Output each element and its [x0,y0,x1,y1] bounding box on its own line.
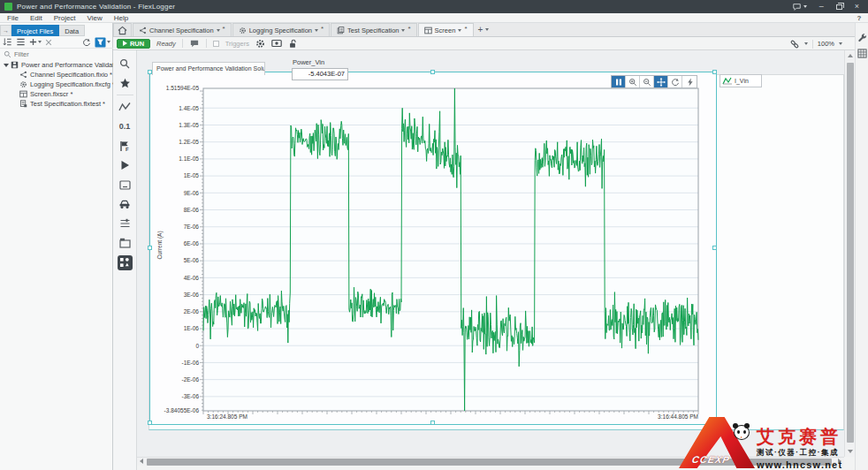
palette-slider-widget-icon[interactable] [113,214,137,233]
palette-image-widget-icon[interactable] [113,175,137,194]
vertical-scroll-thumb[interactable] [847,63,854,443]
tree-item-logging-spec[interactable]: Logging Specification.flxcfg * [0,80,113,89]
comment-icon[interactable] [189,39,200,49]
svg-text:6E-06: 6E-06 [184,240,200,246]
project-sidebar: → Project Files Data Power and Performan… [0,23,113,470]
selection-handle[interactable] [430,421,435,425]
svg-text:1.2E-05: 1.2E-05 [179,139,199,145]
menu-view[interactable]: View [88,14,103,22]
capture-display-icon[interactable] [271,39,282,48]
collapse-all-icon[interactable] [3,37,12,47]
add-button[interactable] [29,38,42,46]
unlock-icon[interactable] [288,39,297,49]
run-button[interactable]: RUN [117,39,150,49]
tab-caret-icon[interactable] [401,29,405,32]
minimize-button[interactable]: – [819,0,824,13]
tab-data[interactable]: Data [59,25,85,36]
screen-canvas[interactable]: Power and Performance Validation Solutio… [137,50,844,457]
scroll-right-button[interactable] [835,457,844,466]
menu-file[interactable]: File [7,14,19,22]
tab-caret-icon[interactable] [315,29,318,32]
channel-node-icon [19,71,27,79]
reset-zoom-button[interactable] [668,76,682,87]
palette-graph-widget-icon[interactable] [113,97,137,117]
collapse-panel-button[interactable]: → [0,25,11,36]
add-tab-caret-icon[interactable] [485,28,489,31]
pointer-mode-button[interactable] [682,76,697,87]
list-view-icon[interactable] [16,37,26,47]
svg-text:F: F [126,147,129,152]
tree-item-screen[interactable]: Screen.flxscr * [0,89,113,99]
selection-handle[interactable] [712,246,717,250]
panel-grid-icon[interactable] [857,49,867,58]
legend-widget[interactable]: I_Vin [720,74,762,87]
screen-grid-icon [424,27,432,34]
svg-text:1.51594E-05: 1.51594E-05 [166,85,200,91]
help-icon[interactable]: ? [855,14,864,23]
tab-home[interactable] [113,23,132,36]
zoom-level-caret-icon[interactable] [839,42,842,45]
graph-widget[interactable]: 1.51594E-051.4E-051.3E-051.2E-051.1E-051… [150,72,716,424]
pause-button[interactable] [612,76,626,87]
selection-handle[interactable] [430,70,435,74]
sidebar-tabs: → Project Files Data [0,23,113,36]
palette-widget-gallery-icon[interactable] [113,253,137,272]
settings-gear-icon[interactable] [255,39,265,49]
tab-caret-icon[interactable] [458,29,461,32]
pan-button[interactable] [654,76,668,87]
tab-logging-specification[interactable]: Logging Specification * [232,23,330,36]
flexlogger-window: Power and Performance Validation - FlexL… [0,0,868,470]
add-tab-button[interactable]: + [475,23,493,36]
tree-root[interactable]: Power and Performance Validatio... [0,60,113,70]
app-icon [4,3,12,11]
titlebar: Power and Performance Validation - FlexL… [0,0,868,13]
connect-icon[interactable] [789,39,800,49]
filter-input[interactable] [14,50,103,58]
palette-tab-widget-icon[interactable] [113,233,137,253]
refresh-icon[interactable] [82,38,91,47]
connect-caret-icon[interactable] [804,42,808,45]
line-chart[interactable]: 1.51594E-051.4E-051.3E-051.2E-051.1E-051… [150,72,716,424]
tab-label: Logging Specification [249,27,312,34]
palette-favorites-star-icon[interactable] [113,73,137,93]
restore-button[interactable] [836,4,842,10]
tab-test-specification[interactable]: Test Specification * [331,23,417,36]
horizontal-scroll-thumb[interactable] [147,459,832,466]
zoom-out-button[interactable] [640,76,654,87]
palette-run-control-icon[interactable] [113,155,137,175]
triggers-checkbox[interactable] [213,41,219,47]
horizontal-scrollbar[interactable] [137,457,844,466]
tab-channel-specification[interactable]: Channel Specification * [133,23,232,36]
selection-handle[interactable] [712,70,717,74]
tab-label: Screen [435,27,456,34]
scroll-left-button[interactable] [137,457,146,466]
palette-search-icon[interactable] [113,54,137,73]
screen-document-tab[interactable]: Power and Performance Validation Solutio… [152,62,265,75]
filter-caret-icon [107,41,110,43]
close-button[interactable]: × [855,0,859,13]
tab-screen[interactable]: Screen * [418,23,474,36]
delete-button[interactable] [45,39,52,46]
selection-handle[interactable] [712,421,717,425]
selection-handle[interactable] [148,246,152,250]
menu-help[interactable]: Help [114,14,128,22]
menu-project[interactable]: Project [54,14,76,22]
svg-text:1.4E-05: 1.4E-05 [179,105,199,111]
menu-edit[interactable]: Edit [30,14,42,22]
zoom-in-button[interactable] [626,76,640,87]
tab-project-files[interactable]: Project Files [11,25,59,36]
tree-item-test-spec[interactable]: Test Specification.flxtest * [0,99,113,109]
palette-scaling-flag-icon[interactable]: F [113,136,137,155]
filter-button[interactable] [95,37,110,48]
palette-vehicle-widget-icon[interactable] [113,194,137,214]
expand-caret-icon[interactable] [4,64,9,67]
tree-item-channel-spec[interactable]: Channel Specification.flxio * [0,70,113,80]
wrench-icon[interactable] [857,34,867,43]
feedback-icon[interactable] [792,3,807,11]
svg-text:-1E-06: -1E-06 [181,360,199,366]
selection-handle[interactable] [148,421,152,425]
probe-value-box[interactable]: -5.4043E-07 [292,68,348,80]
tab-caret-icon[interactable] [217,29,220,32]
vertical-scrollbar[interactable] [844,50,855,457]
palette-numeric-widget-icon[interactable]: 0.1 [113,117,137,136]
